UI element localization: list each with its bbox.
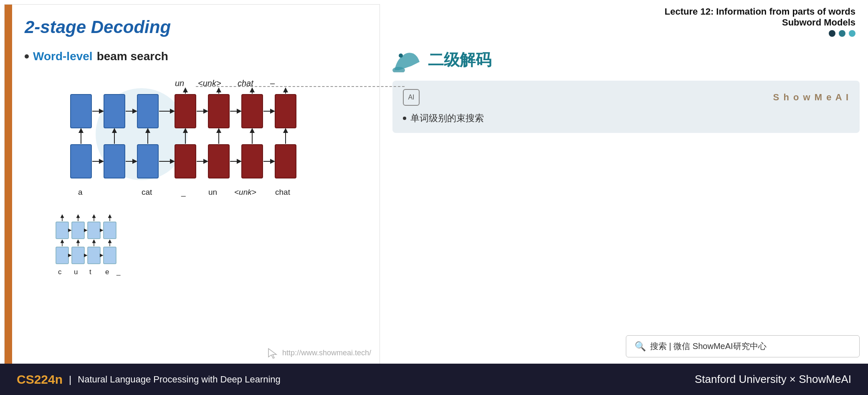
mountain-icon (392, 47, 422, 72)
ai-icon: AI (403, 89, 420, 106)
svg-text:e: e (105, 268, 109, 276)
svg-rect-4 (71, 94, 91, 128)
lecture-subtitle: Subword Models (392, 17, 855, 28)
circle-bg (96, 88, 187, 180)
dot-light-teal (849, 30, 855, 37)
slide-inner: 2-stage Decoding Word-level beam search … (12, 5, 380, 367)
dot-dark (829, 30, 835, 37)
slide-panel: 2-stage Decoding Word-level beam search … (4, 4, 380, 368)
svg-rect-27 (104, 222, 116, 239)
diagram-svg: un <unk> chat – (33, 63, 350, 331)
svg-rect-15 (208, 145, 229, 178)
svg-rect-29 (72, 247, 84, 264)
bullet-colored-text: Word-level (33, 50, 93, 63)
slide-bullet: Word-level beam search (25, 50, 367, 63)
lecture-title: Lecture 12: Information from parts of wo… (392, 6, 855, 17)
slide-title: 2-stage Decoding (25, 17, 367, 37)
svg-text:c: c (58, 268, 62, 276)
ai-card: AI S h o w M e A I 单词级别的束搜索 (392, 81, 860, 133)
ai-bullet-dot (403, 117, 406, 120)
lecture-header: Lecture 12: Information from parts of wo… (392, 6, 860, 37)
dot-teal (839, 30, 845, 37)
svg-point-78 (399, 54, 403, 58)
svg-text:un: un (175, 79, 184, 88)
bottom-right-text: Stanford University × ShowMeAI (695, 373, 851, 385)
bullet-dot (25, 54, 29, 59)
svg-text:un: un (208, 188, 217, 196)
watermark-text: http://www.showmeai.tech/ (282, 349, 371, 357)
ai-card-header: AI S h o w M e A I (403, 89, 849, 106)
course-code: CS224n (17, 372, 63, 387)
svg-rect-26 (88, 222, 100, 239)
search-label: 搜索 | 微信 ShowMeAI研究中心 (650, 341, 767, 351)
svg-rect-7 (71, 145, 91, 178)
svg-text:cat: cat (142, 188, 152, 196)
svg-rect-11 (208, 94, 229, 128)
svg-rect-12 (242, 94, 263, 128)
svg-text:_: _ (181, 188, 186, 197)
ai-card-content: 单词级别的束搜索 (403, 112, 849, 125)
bottom-right: Stanford University × ShowMeAI (695, 373, 851, 386)
chinese-title: 二级解码 (428, 49, 491, 71)
header-dots (392, 30, 855, 37)
diagram-area: un <unk> chat – (33, 63, 350, 331)
svg-rect-30 (88, 247, 100, 264)
main-content: 2-stage Decoding Word-level beam search … (0, 0, 868, 364)
spacer (392, 139, 860, 329)
svg-rect-13 (275, 94, 296, 128)
ai-bullet-text: 单词级别的束搜索 (410, 112, 484, 125)
svg-rect-28 (56, 247, 68, 264)
svg-rect-25 (72, 222, 84, 239)
slide-left-bar (5, 5, 12, 367)
cursor-icon (266, 347, 279, 359)
svg-text:t: t (89, 268, 91, 276)
svg-rect-31 (104, 247, 116, 264)
ai-bullet: 单词级别的束搜索 (403, 112, 849, 125)
svg-text:chat: chat (275, 188, 291, 196)
bullet-plain-text: beam search (97, 50, 168, 63)
bottom-bar: CS224n | Natural Language Processing wit… (0, 364, 868, 395)
svg-rect-16 (242, 145, 263, 178)
watermark: http://www.showmeai.tech/ (266, 347, 371, 359)
connector-line (196, 86, 405, 87)
search-text: 搜索 | 微信 ShowMeAI研究中心 (650, 341, 767, 352)
showmeai-brand: S h o w M e A I (773, 92, 849, 103)
svg-text:u: u (74, 268, 78, 276)
chinese-title-section: 二级解码 (392, 47, 860, 72)
search-icon: 🔍 (635, 341, 646, 352)
svg-text:a: a (78, 188, 83, 196)
svg-text:<unk>: <unk> (234, 188, 256, 196)
svg-rect-24 (56, 222, 68, 239)
svg-text:_: _ (116, 268, 121, 276)
svg-rect-17 (275, 145, 296, 178)
bottom-left: CS224n | Natural Language Processing wit… (17, 372, 281, 387)
right-panel: Lecture 12: Information from parts of wo… (384, 0, 868, 364)
search-bar[interactable]: 🔍 搜索 | 微信 ShowMeAI研究中心 (626, 335, 860, 357)
course-divider: | (69, 374, 71, 385)
course-desc: Natural Language Processing with Deep Le… (78, 374, 281, 385)
